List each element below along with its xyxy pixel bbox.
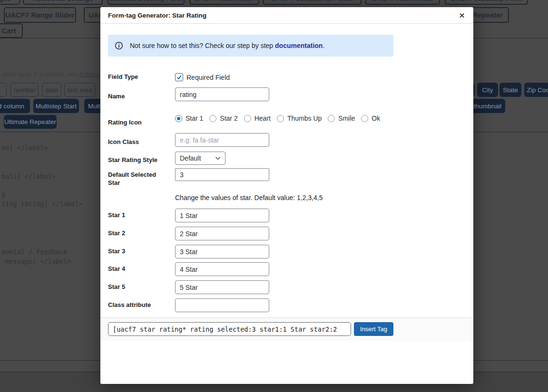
dialog-header: Form-tag Generator: Star Rating ✕ [100,7,473,24]
form-edit-hint: plate here. For details, see Editing f [2,71,103,78]
radio-label: Thumbs Up [287,115,322,122]
radio-option-smile[interactable]: Smile [328,115,355,122]
tab-uacf7-conditional-fields: UACF7 Conditional Fields [263,0,362,5]
tab-ultimate-booking-form: Ultimate Booking Form [108,0,185,5]
star3-input[interactable] [175,245,269,258]
tab-uacf7-range-slider: UACF7 Range Slider [4,7,76,23]
info-icon [115,41,123,50]
radio-option-star1[interactable]: Star 1 [175,115,203,122]
generated-tag-input[interactable] [108,322,351,336]
radio-label: Ok [372,115,380,122]
required-checkbox[interactable] [175,73,183,81]
notice-text-after: . [323,42,324,49]
hint-text: plate here. For details, see [2,71,80,78]
default-selected-star-input[interactable] [175,168,269,181]
tag-button-date: date [42,83,61,97]
star-rating-style-label: Star Rating Style [108,156,168,164]
form-template-code-line: -message] </label> [1,258,71,265]
icon-class-input[interactable] [175,133,269,147]
radio-icon [328,115,335,122]
radio-option-heart[interactable]: Heart [244,115,271,122]
rating-icon-label: Rating Icon [108,118,168,126]
star-rating-style-select[interactable]: Default [175,152,225,165]
star2-input[interactable] [175,227,269,240]
star3-label: Star 3 [108,247,168,255]
name-input[interactable] [175,87,269,101]
tag-button-zip-code: Zip Code [524,83,548,97]
icon-class-label: Icon Class [108,138,168,146]
radio-icon [175,115,182,122]
star5-label: Star 5 [108,283,168,291]
dialog-footer: Insert Tag [100,317,473,341]
radio-label: Star 2 [220,115,237,122]
editing-form-link: Editing f [80,71,103,78]
tab-additional-settings: Additional Settings [23,0,103,5]
radio-icon [209,115,216,122]
radio-icon [244,115,251,122]
form-template-code-line: mail] </label> [1,172,56,180]
check-icon [176,74,182,80]
close-icon[interactable]: ✕ [457,11,467,20]
tag-button-multistep-start: Multistep Start [33,99,79,113]
star4-input[interactable] [175,262,269,276]
required-checkbox-label: Required Field [186,74,230,81]
tab-messages: sages [0,0,20,5]
documentation-notice: Not sure how to set this? Check our step… [108,35,393,57]
star1-label: Star 1 [108,211,168,219]
radio-label: Star 1 [186,115,203,122]
insert-tag-button[interactable]: Insert Tag [354,322,393,336]
tab-uacf7-multistep-form: UACF7 Multistep Form [445,0,528,5]
select-value: Default [180,154,201,162]
form-template-code-line: monial / Feedback [1,248,67,256]
radio-option-ok[interactable]: Ok [361,115,380,122]
form-tag-generator-dialog: Form-tag Generator: Star Rating ✕ Not su… [100,7,473,384]
form-template-code-line: ting rating] </label> [1,200,83,208]
radio-icon [277,115,284,122]
star1-input[interactable] [175,209,269,222]
star4-label: Star 4 [108,265,168,273]
name-label: Name [108,92,168,100]
tag-button-add-column: d column [0,99,30,113]
dialog-title: Form-tag Generator: Star Rating [108,12,206,19]
tag-button-ultimate-repeater: Ultimate Repeater [4,115,57,129]
rating-icon-radio-group: Star 1 Star 2 Heart Thumbs Up Smile Ok [175,115,380,122]
notice-text: Not sure how to set this? Check our step… [130,42,324,49]
star5-input[interactable] [175,280,269,294]
tab-uacf7-redirection: UACF7 Redirection [189,0,259,5]
radio-label: Smile [338,115,355,122]
form-template-code-line: me] </label> [1,144,48,152]
radio-label: Heart [254,115,271,122]
required-field-option[interactable]: Required Field [175,73,230,81]
class-attribute-label: Class attribute [108,301,168,309]
notice-text-before: Not sure how to set this? Check our step… [130,42,275,49]
default-selected-star-label: Default Selected Star [108,171,168,187]
tab-cart-partial: t Cart [0,23,23,38]
field-type-label: Field Type [108,73,168,81]
tag-button-tel: el [0,83,7,97]
radio-option-thumbs-up[interactable]: Thumbs Up [277,115,322,122]
chevron-down-icon [215,156,221,160]
tag-button-text-area: text area [64,83,95,97]
class-attribute-input[interactable] [175,298,269,312]
radio-icon [361,115,368,122]
star-values-note: Change the values of star. Default value… [175,194,323,201]
star2-label: Star 2 [108,229,168,237]
tag-button-state: State [499,83,521,97]
tag-button-city: City [477,83,498,97]
documentation-link[interactable]: documentation [275,42,323,49]
tag-button-number: number [10,83,39,97]
tab-uacf7-placeholder: UACF7 Placeholder [365,0,440,5]
radio-option-star2[interactable]: Star 2 [209,115,237,122]
form-template-code-line: g [1,191,5,198]
